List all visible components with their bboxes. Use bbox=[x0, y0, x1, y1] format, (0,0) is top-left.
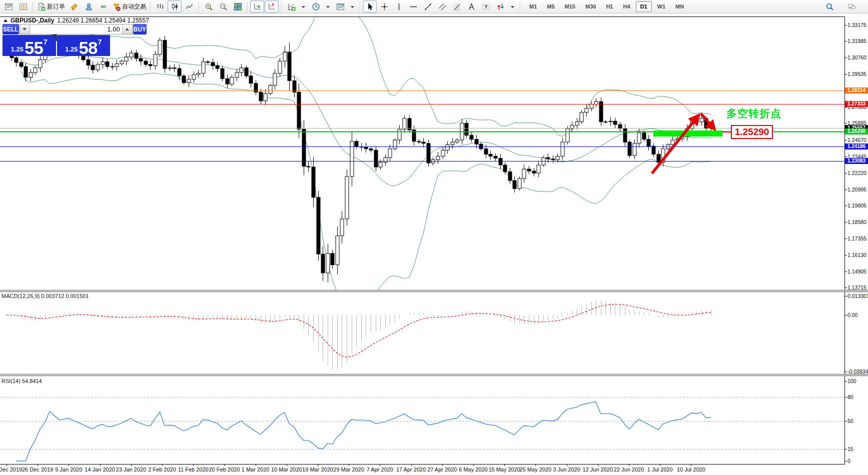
tile-windows-button[interactable] bbox=[231, 0, 245, 12]
hline-button[interactable] bbox=[406, 0, 420, 12]
timeframe-d1-button[interactable]: D1 bbox=[636, 1, 652, 12]
templates-button[interactable] bbox=[333, 0, 347, 12]
sell-button[interactable]: SELL bbox=[3, 24, 19, 34]
price-tick-label: 1.20995 bbox=[847, 186, 866, 192]
tile-windows-icon bbox=[234, 2, 242, 11]
ask-price-cell[interactable]: 1.25587 bbox=[57, 35, 111, 56]
macd-panel-splitter[interactable] bbox=[0, 290, 868, 292]
line-chart-button[interactable] bbox=[182, 0, 196, 12]
dropdown-arrow-button[interactable] bbox=[299, 0, 308, 12]
toolbar-separator bbox=[360, 2, 360, 12]
timeframe-h1-button[interactable]: H1 bbox=[601, 1, 617, 12]
bar-chart-button[interactable] bbox=[153, 0, 167, 12]
fibonacci-button[interactable] bbox=[450, 0, 464, 12]
price-box-connector-line bbox=[722, 132, 731, 132]
price-tick-label: 1.33175 bbox=[847, 22, 866, 28]
turning-point-annotation[interactable]: 多空转折点 bbox=[726, 106, 781, 120]
price-chart-canvas[interactable] bbox=[0, 17, 844, 290]
rsi-axis-label: 15 bbox=[847, 446, 853, 452]
timeframe-m5-button[interactable]: M5 bbox=[542, 1, 559, 12]
new-chart-button[interactable] bbox=[2, 0, 16, 12]
market-button[interactable] bbox=[67, 0, 81, 12]
profiles-button[interactable] bbox=[16, 0, 30, 12]
bid-prefix: 1.25 bbox=[11, 46, 24, 52]
chat-button[interactable] bbox=[844, 0, 858, 12]
timeframe-w1-button[interactable]: W1 bbox=[653, 1, 670, 12]
new-order-label: 新订单 bbox=[47, 2, 65, 11]
price-line-badge: 1.23083 bbox=[845, 158, 868, 164]
rsi-panel-splitter[interactable] bbox=[0, 374, 868, 376]
ask-point: 7 bbox=[98, 38, 102, 46]
macd-axis-label: 0.013301 bbox=[847, 293, 868, 299]
volume-input[interactable] bbox=[30, 24, 122, 34]
ask-pips: 58 bbox=[79, 41, 98, 55]
label-button[interactable] bbox=[479, 0, 493, 12]
community-icon bbox=[85, 2, 93, 11]
price-tick-label: 1.30760 bbox=[847, 54, 866, 60]
crosshair-icon bbox=[380, 2, 389, 11]
collapse-quote-panel-icon[interactable] bbox=[4, 19, 8, 22]
cursor-button[interactable] bbox=[363, 0, 377, 12]
hline-icon bbox=[409, 2, 418, 11]
timeframe-mn-button[interactable]: MN bbox=[671, 1, 688, 12]
dropdown-icon bbox=[348, 2, 357, 11]
date-tick-mark bbox=[193, 464, 194, 466]
chart-window: GBPUSD-,Daily 1.26249 1.26654 1.25494 1.… bbox=[0, 14, 868, 475]
dropdown-arrow-button[interactable] bbox=[323, 0, 333, 12]
crosshair-button[interactable] bbox=[377, 0, 391, 12]
rsi-panel-canvas[interactable] bbox=[0, 376, 844, 464]
community-button[interactable] bbox=[82, 0, 96, 12]
signals-button[interactable] bbox=[96, 0, 110, 12]
timeframe-m1-button[interactable]: M1 bbox=[525, 1, 541, 12]
label-icon bbox=[482, 2, 490, 11]
toolbar-separator bbox=[281, 2, 282, 12]
search-button[interactable] bbox=[822, 0, 836, 12]
zoom-in-icon bbox=[205, 2, 213, 11]
indicators-button[interactable] bbox=[284, 0, 298, 12]
price-tick-mark bbox=[844, 107, 847, 108]
autotrade-icon bbox=[112, 2, 121, 11]
vline-icon bbox=[395, 2, 403, 11]
dropdown-arrow-button[interactable] bbox=[508, 0, 517, 12]
date-tick-mark bbox=[224, 464, 225, 466]
price-level-label-box[interactable]: 1.25290 bbox=[731, 125, 773, 139]
vline-button[interactable] bbox=[392, 0, 406, 12]
timeframe-m30-button[interactable]: M30 bbox=[581, 1, 600, 12]
rsi-indicator-label: RSI(14) 54.8414 bbox=[2, 378, 42, 384]
rsi-name: RSI(14) bbox=[2, 378, 21, 384]
channel-button[interactable] bbox=[435, 0, 449, 12]
price-tick-label: 1.22220 bbox=[847, 170, 866, 176]
new-order-button[interactable]: 新订单 bbox=[36, 0, 67, 12]
rsi-tick-mark bbox=[844, 397, 847, 398]
symbol-period-label: GBPUSD-,Daily bbox=[11, 17, 54, 24]
zoom-out-button[interactable] bbox=[216, 0, 230, 12]
zoom-in-button[interactable] bbox=[202, 0, 216, 12]
rsi-tick-mark bbox=[844, 449, 847, 450]
date-tick-mark bbox=[256, 464, 256, 466]
price-tick-mark bbox=[844, 190, 847, 190]
text-icon bbox=[467, 2, 476, 11]
toolbar-separator bbox=[199, 2, 199, 12]
volume-decrease-button[interactable] bbox=[20, 24, 30, 34]
support-zone-rectangle[interactable] bbox=[653, 130, 722, 136]
price-line-badge: 1.27333 bbox=[845, 101, 868, 107]
shapes-button[interactable] bbox=[493, 0, 507, 12]
timeframe-m15-button[interactable]: M15 bbox=[560, 1, 580, 12]
buy-button[interactable]: BUY bbox=[133, 24, 147, 34]
timeframe-h4-button[interactable]: H4 bbox=[618, 1, 634, 12]
macd-panel-canvas[interactable] bbox=[0, 292, 844, 374]
volume-increase-button[interactable] bbox=[122, 24, 132, 34]
mt4-window: 新订单自动交易M1M5M15M30H1H4D1W1MN GBPUSD-,Dail… bbox=[0, 0, 868, 475]
bid-price-cell[interactable]: 1.25557 bbox=[3, 35, 56, 56]
dropdown-arrow-button[interactable] bbox=[348, 0, 357, 12]
toolbar-separator bbox=[520, 2, 520, 12]
text-button[interactable] bbox=[464, 0, 478, 12]
auto-scroll-button[interactable] bbox=[250, 0, 264, 12]
candle-chart-button[interactable] bbox=[168, 0, 182, 12]
chart-shift-button[interactable] bbox=[265, 0, 279, 12]
periods-button[interactable] bbox=[309, 0, 323, 12]
trendline-button[interactable] bbox=[421, 0, 435, 12]
autotrade-button[interactable]: 自动交易 bbox=[111, 0, 148, 12]
rsi-tick-mark bbox=[844, 461, 847, 462]
price-tick-mark bbox=[844, 25, 847, 26]
